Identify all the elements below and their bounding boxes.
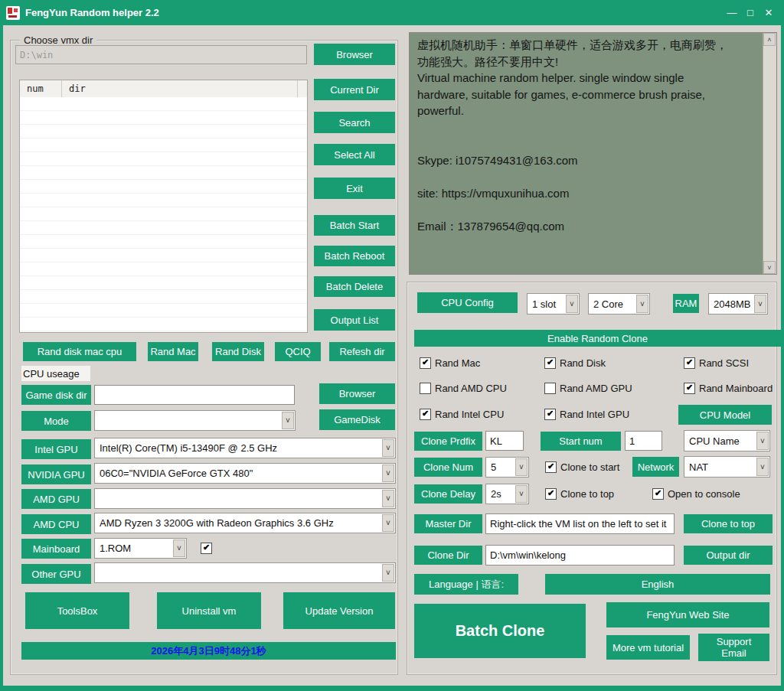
amd-gpu-value [95,489,381,508]
support-email-button[interactable]: Support Email [698,634,769,661]
amd-gpu-label-button[interactable]: AMD GPU [21,489,91,509]
rand-scsi-checkbox[interactable]: Rand SCSI [684,357,749,369]
core-select[interactable]: 2 Core ˅ [588,293,650,315]
column-header-dir[interactable]: dir [62,80,298,97]
minimize-button[interactable]: — [723,4,741,22]
rand-amd-gpu-checkbox[interactable]: Rand AMD GPU [544,382,632,394]
web-site-button[interactable]: FengYun Web Site [606,602,769,627]
current-dir-button[interactable]: Current Dir [314,79,395,100]
intel-gpu-select[interactable]: Intel(R) Core(TM) i5-13490F @ 2.5 GHz ˅ [94,438,396,458]
more-tutorial-button[interactable]: More vm tutorial [606,635,690,660]
amd-cpu-label-button[interactable]: AMD CPU [21,514,91,534]
mode-label-button[interactable]: Mode [21,411,91,431]
game-disk-dir-input[interactable] [94,385,295,405]
language-value-button[interactable]: English [545,574,770,595]
clone-num-select[interactable]: 5 ˅ [485,457,529,478]
select-all-button[interactable]: Select All [314,144,395,165]
uninstall-vm-button[interactable]: Uninstall vm [157,592,261,629]
language-label-button[interactable]: Language | 语言: [414,574,518,595]
cpu-model-button[interactable]: CPU Model [678,405,772,425]
network-button[interactable]: Network [632,457,679,477]
output-list-button[interactable]: Output List [314,309,395,331]
clone-dir-input[interactable] [485,545,675,566]
clone-to-top-button[interactable]: Clone to top [684,514,773,533]
open-to-console-checkbox[interactable]: Open to console [652,487,740,500]
start-num-label-button[interactable]: Start num [541,432,621,451]
clone-dir-label-button[interactable]: Clone Dir [414,546,482,565]
mainboard-label-button[interactable]: Mainboard [21,539,91,559]
rand-disk-checkbox[interactable]: Rand Disk [544,357,606,369]
ram-select[interactable]: 2048MB ˅ [708,293,768,315]
rand-mainboard-checkbox[interactable]: Rand Mainboard [684,382,773,394]
scroll-up-icon[interactable]: ˄ [763,33,776,46]
cpu-config-button[interactable]: CPU Config [417,292,518,313]
output-dir-button[interactable]: Output dir [684,546,773,565]
batch-clone-button[interactable]: Batch Clone [414,604,586,658]
checkbox-icon [420,409,431,420]
browser-button[interactable]: Browser [314,44,395,65]
gamedisk-button[interactable]: GameDisk [319,409,395,430]
checkbox-label: Rand SCSI [699,357,749,369]
clone-delay-label-button[interactable]: Clone Delay [414,484,482,504]
game-disk-browser-button[interactable]: Browser [319,383,395,404]
toolsbox-button[interactable]: ToolsBox [25,592,129,629]
vm-list[interactable] [20,97,307,332]
chevron-down-icon: ˅ [515,458,528,476]
rand-disk-mac-cpu-button[interactable]: Rand disk mac cpu [23,342,136,361]
rand-intel-cpu-checkbox[interactable]: Rand Intel CPU [420,408,504,420]
rand-mac-checkbox[interactable]: Rand Mac [420,357,480,369]
exit-button[interactable]: Exit [314,178,395,199]
other-gpu-select[interactable]: ˅ [94,562,396,583]
nvidia-gpu-select[interactable]: 06C0="NVIDIA GeForce GTX 480" ˅ [94,463,396,484]
checkbox-label: Clone to top [560,488,614,500]
search-button[interactable]: Search [314,112,395,133]
intel-gpu-label-button[interactable]: Intel GPU [21,439,91,459]
clone-to-top-checkbox[interactable]: Clone to top [545,487,614,500]
start-num-input[interactable] [625,431,662,451]
game-disk-dir-label-button[interactable]: Game disk dir [21,385,91,405]
clone-prdfix-label-button[interactable]: Clone Prdfix [414,432,482,451]
amd-cpu-select[interactable]: AMD Ryzen 3 3200G with Radeon Graphics 3… [94,513,396,533]
batch-delete-button[interactable]: Batch Delete [314,276,395,297]
rand-mac-button[interactable]: Rand Mac [148,342,198,361]
amd-gpu-select[interactable]: ˅ [94,488,396,509]
enable-random-clone-button[interactable]: Enable Random Clone [414,330,781,347]
checkbox-label: Rand AMD GPU [560,383,632,394]
nvidia-gpu-label-button[interactable]: NVIDIA GPU [21,464,91,484]
checkbox-icon [545,461,557,473]
ram-button[interactable]: RAM [673,294,699,313]
slot-select[interactable]: 1 slot ˅ [527,293,580,315]
checkbox-label: Rand Mainboard [699,383,773,394]
batch-reboot-button[interactable]: Batch Reboot [314,246,395,266]
column-header-num[interactable]: num [20,80,62,97]
batch-start-button[interactable]: Batch Start [314,215,395,236]
other-gpu-label-button[interactable]: Other GPU [21,564,91,584]
vmx-dir-input[interactable] [15,45,307,64]
master-dir-input[interactable] [485,513,675,534]
checkbox-icon [420,383,431,394]
info-scrollbar[interactable]: ˄ ˅ [763,33,776,274]
cpu-name-select[interactable]: CPU Name ˅ [684,430,770,451]
checkbox-icon [201,543,212,554]
update-version-button[interactable]: Update Version [283,592,395,629]
network-select[interactable]: NAT ˅ [684,456,770,478]
clone-prdfix-input[interactable] [485,431,524,451]
mode-select[interactable]: ˅ [94,410,296,431]
maximize-button[interactable]: □ [741,4,760,22]
master-dir-label-button[interactable]: Master Dir [414,514,482,533]
clone-to-start-checkbox[interactable]: Clone to start [545,461,619,473]
clone-num-label-button[interactable]: Clone Num [414,458,482,477]
qciq-button[interactable]: QCIQ [275,342,321,361]
close-button[interactable]: ✕ [760,4,778,22]
checkbox-icon [652,488,664,500]
mainboard-select[interactable]: 1.ROM ˅ [94,538,187,559]
rand-intel-gpu-checkbox[interactable]: Rand Intel GPU [544,408,629,420]
chevron-down-icon: ˅ [515,485,528,503]
scroll-down-icon[interactable]: ˅ [763,261,776,274]
mainboard-checkbox[interactable] [201,542,212,554]
clone-delay-select[interactable]: 2s ˅ [485,484,529,504]
rand-amd-cpu-checkbox[interactable]: Rand AMD CPU [420,382,507,394]
refesh-dir-button[interactable]: Refesh dir [329,342,395,361]
info-box: 虚拟机随机助手：单窗口单硬件，适合游戏多开，电商刷赞， 功能强大。路径不要用中文… [409,32,777,275]
rand-disk-button[interactable]: Rand Disk [212,342,264,361]
